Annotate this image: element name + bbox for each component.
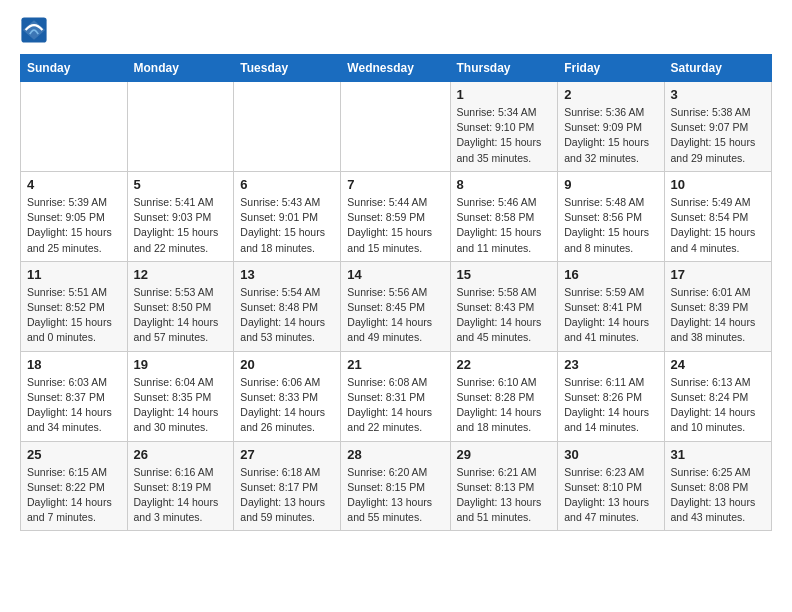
day-header-tuesday: Tuesday <box>234 55 341 82</box>
calendar-cell: 24Sunrise: 6:13 AM Sunset: 8:24 PM Dayli… <box>664 351 771 441</box>
day-number: 10 <box>671 177 765 192</box>
day-header-sunday: Sunday <box>21 55 128 82</box>
day-info: Sunrise: 5:39 AM Sunset: 9:05 PM Dayligh… <box>27 195 121 256</box>
calendar-cell: 20Sunrise: 6:06 AM Sunset: 8:33 PM Dayli… <box>234 351 341 441</box>
day-number: 12 <box>134 267 228 282</box>
calendar-cell: 17Sunrise: 6:01 AM Sunset: 8:39 PM Dayli… <box>664 261 771 351</box>
day-number: 3 <box>671 87 765 102</box>
week-row-4: 18Sunrise: 6:03 AM Sunset: 8:37 PM Dayli… <box>21 351 772 441</box>
day-info: Sunrise: 5:36 AM Sunset: 9:09 PM Dayligh… <box>564 105 657 166</box>
day-number: 2 <box>564 87 657 102</box>
day-info: Sunrise: 6:04 AM Sunset: 8:35 PM Dayligh… <box>134 375 228 436</box>
day-number: 28 <box>347 447 443 462</box>
day-number: 26 <box>134 447 228 462</box>
day-info: Sunrise: 6:13 AM Sunset: 8:24 PM Dayligh… <box>671 375 765 436</box>
day-info: Sunrise: 6:18 AM Sunset: 8:17 PM Dayligh… <box>240 465 334 526</box>
calendar-cell: 13Sunrise: 5:54 AM Sunset: 8:48 PM Dayli… <box>234 261 341 351</box>
calendar-cell <box>127 82 234 172</box>
day-number: 8 <box>457 177 552 192</box>
day-info: Sunrise: 5:53 AM Sunset: 8:50 PM Dayligh… <box>134 285 228 346</box>
calendar-cell: 9Sunrise: 5:48 AM Sunset: 8:56 PM Daylig… <box>558 171 664 261</box>
calendar-cell: 1Sunrise: 5:34 AM Sunset: 9:10 PM Daylig… <box>450 82 558 172</box>
day-info: Sunrise: 6:25 AM Sunset: 8:08 PM Dayligh… <box>671 465 765 526</box>
calendar-cell: 21Sunrise: 6:08 AM Sunset: 8:31 PM Dayli… <box>341 351 450 441</box>
calendar-cell: 15Sunrise: 5:58 AM Sunset: 8:43 PM Dayli… <box>450 261 558 351</box>
day-info: Sunrise: 6:16 AM Sunset: 8:19 PM Dayligh… <box>134 465 228 526</box>
day-number: 17 <box>671 267 765 282</box>
day-number: 29 <box>457 447 552 462</box>
calendar-cell: 11Sunrise: 5:51 AM Sunset: 8:52 PM Dayli… <box>21 261 128 351</box>
calendar-cell: 19Sunrise: 6:04 AM Sunset: 8:35 PM Dayli… <box>127 351 234 441</box>
calendar-cell <box>341 82 450 172</box>
calendar-cell <box>234 82 341 172</box>
day-header-friday: Friday <box>558 55 664 82</box>
day-number: 24 <box>671 357 765 372</box>
day-info: Sunrise: 6:15 AM Sunset: 8:22 PM Dayligh… <box>27 465 121 526</box>
day-number: 5 <box>134 177 228 192</box>
day-number: 25 <box>27 447 121 462</box>
day-info: Sunrise: 6:01 AM Sunset: 8:39 PM Dayligh… <box>671 285 765 346</box>
day-number: 9 <box>564 177 657 192</box>
day-number: 1 <box>457 87 552 102</box>
day-number: 27 <box>240 447 334 462</box>
day-info: Sunrise: 6:08 AM Sunset: 8:31 PM Dayligh… <box>347 375 443 436</box>
day-header-thursday: Thursday <box>450 55 558 82</box>
calendar-cell: 10Sunrise: 5:49 AM Sunset: 8:54 PM Dayli… <box>664 171 771 261</box>
day-info: Sunrise: 6:11 AM Sunset: 8:26 PM Dayligh… <box>564 375 657 436</box>
calendar-cell: 27Sunrise: 6:18 AM Sunset: 8:17 PM Dayli… <box>234 441 341 531</box>
day-number: 15 <box>457 267 552 282</box>
day-info: Sunrise: 6:10 AM Sunset: 8:28 PM Dayligh… <box>457 375 552 436</box>
day-number: 16 <box>564 267 657 282</box>
day-info: Sunrise: 5:34 AM Sunset: 9:10 PM Dayligh… <box>457 105 552 166</box>
day-info: Sunrise: 5:54 AM Sunset: 8:48 PM Dayligh… <box>240 285 334 346</box>
day-info: Sunrise: 5:41 AM Sunset: 9:03 PM Dayligh… <box>134 195 228 256</box>
day-info: Sunrise: 5:43 AM Sunset: 9:01 PM Dayligh… <box>240 195 334 256</box>
calendar-cell: 29Sunrise: 6:21 AM Sunset: 8:13 PM Dayli… <box>450 441 558 531</box>
day-info: Sunrise: 5:38 AM Sunset: 9:07 PM Dayligh… <box>671 105 765 166</box>
day-header-wednesday: Wednesday <box>341 55 450 82</box>
calendar-cell: 18Sunrise: 6:03 AM Sunset: 8:37 PM Dayli… <box>21 351 128 441</box>
calendar-cell: 26Sunrise: 6:16 AM Sunset: 8:19 PM Dayli… <box>127 441 234 531</box>
day-info: Sunrise: 5:46 AM Sunset: 8:58 PM Dayligh… <box>457 195 552 256</box>
calendar-cell: 8Sunrise: 5:46 AM Sunset: 8:58 PM Daylig… <box>450 171 558 261</box>
day-number: 21 <box>347 357 443 372</box>
calendar-cell: 28Sunrise: 6:20 AM Sunset: 8:15 PM Dayli… <box>341 441 450 531</box>
day-info: Sunrise: 5:58 AM Sunset: 8:43 PM Dayligh… <box>457 285 552 346</box>
week-row-1: 1Sunrise: 5:34 AM Sunset: 9:10 PM Daylig… <box>21 82 772 172</box>
day-info: Sunrise: 6:06 AM Sunset: 8:33 PM Dayligh… <box>240 375 334 436</box>
day-info: Sunrise: 5:59 AM Sunset: 8:41 PM Dayligh… <box>564 285 657 346</box>
week-row-5: 25Sunrise: 6:15 AM Sunset: 8:22 PM Dayli… <box>21 441 772 531</box>
calendar-cell <box>21 82 128 172</box>
day-number: 30 <box>564 447 657 462</box>
calendar-cell: 12Sunrise: 5:53 AM Sunset: 8:50 PM Dayli… <box>127 261 234 351</box>
calendar-cell: 16Sunrise: 5:59 AM Sunset: 8:41 PM Dayli… <box>558 261 664 351</box>
day-header-monday: Monday <box>127 55 234 82</box>
calendar-cell: 2Sunrise: 5:36 AM Sunset: 9:09 PM Daylig… <box>558 82 664 172</box>
calendar-table: SundayMondayTuesdayWednesdayThursdayFrid… <box>20 54 772 531</box>
day-number: 19 <box>134 357 228 372</box>
day-info: Sunrise: 6:21 AM Sunset: 8:13 PM Dayligh… <box>457 465 552 526</box>
calendar-cell: 3Sunrise: 5:38 AM Sunset: 9:07 PM Daylig… <box>664 82 771 172</box>
calendar-cell: 31Sunrise: 6:25 AM Sunset: 8:08 PM Dayli… <box>664 441 771 531</box>
logo-icon <box>20 16 48 44</box>
day-number: 4 <box>27 177 121 192</box>
day-number: 7 <box>347 177 443 192</box>
day-number: 22 <box>457 357 552 372</box>
day-header-saturday: Saturday <box>664 55 771 82</box>
day-info: Sunrise: 5:49 AM Sunset: 8:54 PM Dayligh… <box>671 195 765 256</box>
week-row-3: 11Sunrise: 5:51 AM Sunset: 8:52 PM Dayli… <box>21 261 772 351</box>
logo <box>20 16 52 44</box>
page-header <box>20 16 772 44</box>
week-row-2: 4Sunrise: 5:39 AM Sunset: 9:05 PM Daylig… <box>21 171 772 261</box>
day-number: 31 <box>671 447 765 462</box>
day-info: Sunrise: 6:23 AM Sunset: 8:10 PM Dayligh… <box>564 465 657 526</box>
day-info: Sunrise: 5:44 AM Sunset: 8:59 PM Dayligh… <box>347 195 443 256</box>
day-info: Sunrise: 6:03 AM Sunset: 8:37 PM Dayligh… <box>27 375 121 436</box>
header-row: SundayMondayTuesdayWednesdayThursdayFrid… <box>21 55 772 82</box>
day-info: Sunrise: 5:56 AM Sunset: 8:45 PM Dayligh… <box>347 285 443 346</box>
day-number: 13 <box>240 267 334 282</box>
calendar-cell: 25Sunrise: 6:15 AM Sunset: 8:22 PM Dayli… <box>21 441 128 531</box>
day-number: 18 <box>27 357 121 372</box>
calendar-cell: 14Sunrise: 5:56 AM Sunset: 8:45 PM Dayli… <box>341 261 450 351</box>
calendar-cell: 30Sunrise: 6:23 AM Sunset: 8:10 PM Dayli… <box>558 441 664 531</box>
